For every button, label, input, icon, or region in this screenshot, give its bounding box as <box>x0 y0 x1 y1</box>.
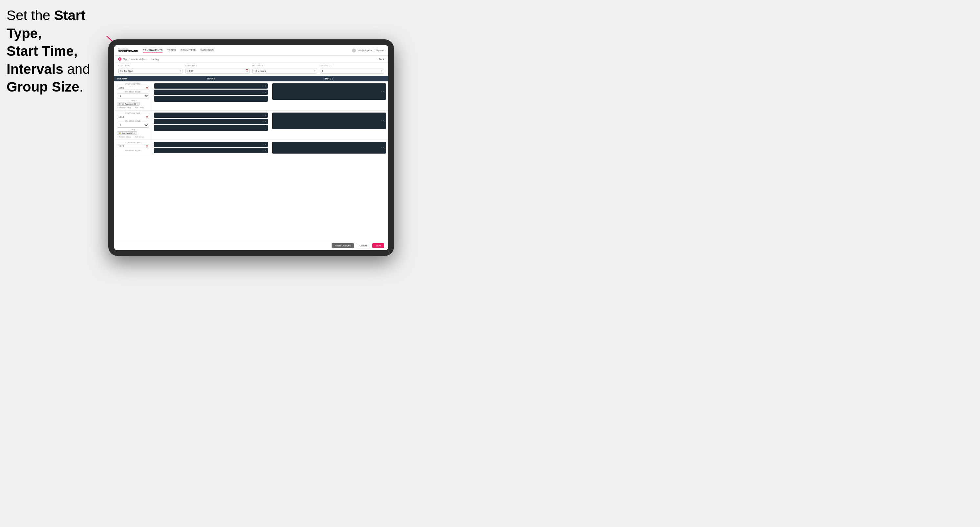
controls-bar: Start Type 1st Tee Start Start Time ⏰ In… <box>114 63 388 76</box>
intervals-control: Intervals 10 Minutes <box>253 65 317 73</box>
team1-slot-2c[interactable] <box>154 125 268 131</box>
slot-edit-5a[interactable]: ✎ <box>265 143 267 146</box>
team2-slot-3a[interactable]: × ✎ <box>272 142 387 154</box>
group-teams-3: × ✎ × ✎ <box>152 140 388 156</box>
tab-rankings[interactable]: RANKINGS <box>200 48 214 52</box>
slot-x-1b[interactable]: × <box>262 91 264 94</box>
starting-time-input-2[interactable] <box>117 115 149 119</box>
reset-button[interactable]: Reset Changes <box>332 243 354 248</box>
starting-hole-select-1[interactable]: 1 <box>117 94 149 98</box>
team2-slot-1a[interactable]: × ✎ <box>272 83 387 100</box>
footer-bar: Reset Changes Cancel Save <box>114 241 388 250</box>
starting-hole-select-2[interactable]: 1 <box>117 123 149 128</box>
breadcrumb-bar: C Clippd Invitational (Ma... › Hosting ‹… <box>114 56 388 63</box>
slot-actions-5b: × ✎ <box>262 150 267 152</box>
team1-slot-1b[interactable]: × ✎ <box>154 90 268 95</box>
slot-edit-5b[interactable]: ✎ <box>265 150 267 152</box>
slot-x-4a[interactable]: × <box>380 120 382 122</box>
starting-time-wrap-2: ⏰ <box>117 115 149 119</box>
team2-col-3: × ✎ <box>270 140 388 156</box>
group-row-1: STARTING TIME: ⏰ STARTING HOLE: 1 COURSE… <box>114 81 388 111</box>
group-row-3: STARTING TIME: ⏰ STARTING HOLE: × ✎ <box>114 140 388 156</box>
breadcrumb-section: Hosting <box>151 58 159 60</box>
th-tee-time: Tee Time <box>114 76 152 81</box>
user-email: blair@clippd.io <box>358 49 372 51</box>
back-button[interactable]: ‹ Back <box>377 58 384 60</box>
slot-x-1a[interactable]: × <box>262 85 264 87</box>
remove-group-1[interactable]: ○ Remove Group <box>117 106 131 109</box>
slot-edit-1b[interactable]: ✎ <box>265 91 267 94</box>
intervals-select[interactable]: 10 Minutes <box>253 68 317 73</box>
slot-actions-5a: × ✎ <box>262 143 267 146</box>
slot-edit-3b[interactable]: ✎ <box>265 121 267 123</box>
start-time-input[interactable] <box>186 68 250 73</box>
save-button[interactable]: Save <box>372 243 384 248</box>
team1-slot-2b[interactable]: × ✎ <box>154 119 268 124</box>
starting-time-label-3: STARTING TIME: <box>117 141 149 143</box>
instruction-line3-bold: Intervals <box>6 61 64 77</box>
breadcrumb: C Clippd Invitational (Ma... › Hosting <box>118 57 159 61</box>
starting-time-label-2: STARTING TIME: <box>117 112 149 114</box>
course-remove-1[interactable]: × <box>137 103 138 105</box>
add-group-2[interactable]: + Add Group <box>134 136 144 138</box>
team2-slot-2a[interactable]: × ✎ <box>272 113 387 129</box>
slot-x-6a[interactable]: × <box>380 147 382 149</box>
slot-edit-4a[interactable]: ✎ <box>383 120 385 122</box>
slot-edit-2a[interactable]: ✎ <box>383 90 385 93</box>
course-icon-2: ⛳ <box>119 132 121 134</box>
tab-committee[interactable]: COMMITTEE <box>181 48 196 52</box>
starting-time-label-1: STARTING TIME: <box>117 83 149 85</box>
course-tag-2: ⛳ East Lake GC × <box>117 131 137 135</box>
slot-actions-3a: × ✎ <box>262 114 267 116</box>
course-remove-2[interactable]: × <box>134 132 135 134</box>
starting-hole-label-1: STARTING HOLE: <box>117 91 149 93</box>
starting-time-input-3[interactable] <box>117 144 149 148</box>
course-label-1: COURSE: <box>117 99 149 102</box>
group-size-select[interactable]: 3 <box>320 68 385 73</box>
starting-time-input-1[interactable] <box>117 86 149 90</box>
tablet-screen: Powered by clipp... SCOREBOARD TOURNAMEN… <box>114 45 388 250</box>
group-size-label: Group Size <box>320 65 385 67</box>
team1-slot-3a[interactable]: × ✎ <box>154 142 268 147</box>
slot-x-3a[interactable]: × <box>262 114 264 116</box>
group-meta-2: STARTING TIME: ⏰ STARTING HOLE: 1 COURSE… <box>114 111 152 140</box>
team1-slot-2a[interactable]: × ✎ <box>154 113 268 118</box>
start-type-select[interactable]: 1st Tee Start <box>118 68 183 73</box>
starting-time-wrap-3: ⏰ <box>117 144 149 148</box>
course-icon-1: 🏌 <box>119 103 121 105</box>
starting-hole-label-2: STARTING HOLE: <box>117 120 149 122</box>
slot-x-3b[interactable]: × <box>262 121 264 123</box>
slot-x-5b[interactable]: × <box>262 150 264 152</box>
course-label-2: COURSE: <box>117 129 149 130</box>
remove-group-2[interactable]: ○ Remove Group <box>117 136 131 138</box>
slot-edit-1a[interactable]: ✎ <box>265 85 267 87</box>
instruction-line3-normal: and <box>64 61 90 77</box>
tab-teams[interactable]: TEAMS <box>167 48 176 52</box>
breadcrumb-tournament[interactable]: Clippd Invitational (Ma... <box>123 58 147 60</box>
start-time-wrap: ⏰ <box>186 67 250 73</box>
instruction-line2: Start Time, <box>6 43 78 59</box>
team1-col-1: × ✎ × ✎ <box>152 81 270 110</box>
content-area[interactable]: STARTING TIME: ⏰ STARTING HOLE: 1 COURSE… <box>114 81 388 241</box>
slot-edit-3a[interactable]: ✎ <box>265 114 267 116</box>
add-group-1[interactable]: + Add Group <box>134 106 144 109</box>
group-meta-1: STARTING TIME: ⏰ STARTING HOLE: 1 COURSE… <box>114 81 152 110</box>
navigation-bar: Powered by clipp... SCOREBOARD TOURNAMEN… <box>114 45 388 56</box>
slot-edit-6a[interactable]: ✎ <box>383 147 385 149</box>
slot-x-2a[interactable]: × <box>380 90 382 93</box>
course-tag-wrap-1: 🏌 (A) Peachtree GC × <box>117 102 149 106</box>
team1-slot-1a[interactable]: × ✎ <box>154 83 268 89</box>
team1-slot-1c[interactable] <box>154 96 268 102</box>
slot-x-5a[interactable]: × <box>262 143 264 146</box>
slot-actions-1a: × ✎ <box>262 85 267 87</box>
th-team1: Team 1 <box>152 76 270 81</box>
cancel-button[interactable]: Cancel <box>356 243 370 248</box>
course-tag-1: 🏌 (A) Peachtree GC × <box>117 102 140 106</box>
group-row-2: STARTING TIME: ⏰ STARTING HOLE: 1 COURSE… <box>114 111 388 140</box>
group-teams-1: × ✎ × ✎ <box>152 81 388 110</box>
course-name-2: East Lake GC <box>122 132 133 134</box>
team1-slot-3b[interactable]: × ✎ <box>154 148 268 153</box>
tab-tournaments[interactable]: TOURNAMENTS <box>143 48 162 52</box>
sign-out-link[interactable]: Sign out <box>376 49 384 51</box>
clock-icon-2: ⏰ <box>146 116 148 118</box>
